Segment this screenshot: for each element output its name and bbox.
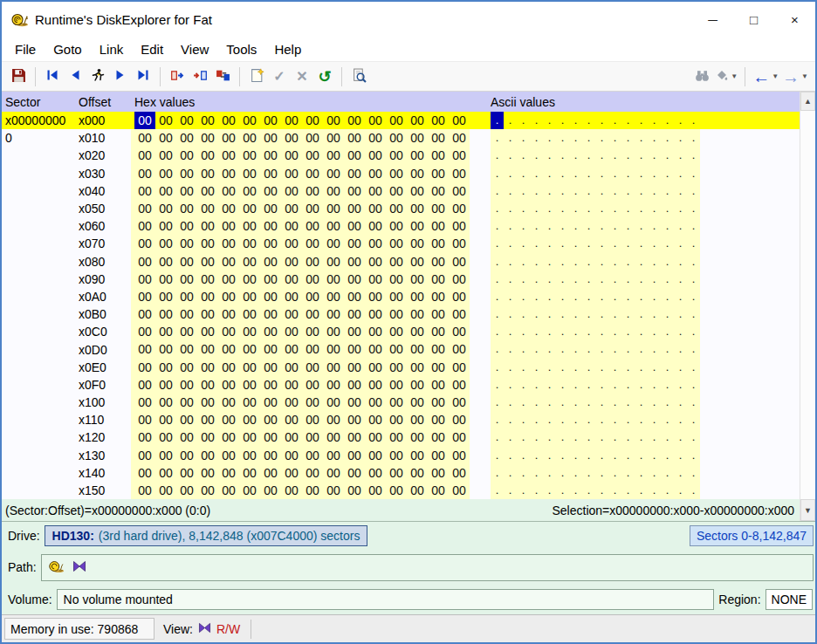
hex-byte[interactable]: 00 xyxy=(323,253,344,271)
ascii-char[interactable]: . xyxy=(530,112,543,129)
ascii-char[interactable]: . xyxy=(674,271,687,288)
hex-byte[interactable]: 00 xyxy=(344,447,365,464)
hex-byte[interactable]: 00 xyxy=(365,165,386,182)
hex-byte[interactable]: 00 xyxy=(134,411,155,428)
ascii-char[interactable]: . xyxy=(661,482,674,499)
hex-byte[interactable]: 00 xyxy=(260,129,281,147)
ascii-char[interactable]: . xyxy=(608,340,621,358)
ascii-char[interactable]: . xyxy=(504,200,517,217)
link-back-button[interactable] xyxy=(166,65,189,89)
hex-byte[interactable]: 00 xyxy=(344,376,365,394)
ascii-char[interactable]: . xyxy=(608,447,621,464)
hex-byte[interactable]: 00 xyxy=(260,376,281,394)
ascii-char[interactable]: . xyxy=(648,253,661,271)
hex-byte[interactable]: 00 xyxy=(344,323,365,340)
ascii-char[interactable]: . xyxy=(595,340,608,358)
ascii-char[interactable]: . xyxy=(687,305,700,323)
hex-byte[interactable]: 00 xyxy=(281,147,302,164)
ascii-char[interactable]: . xyxy=(621,165,635,182)
ascii-char[interactable]: . xyxy=(648,305,661,323)
hex-byte[interactable]: 00 xyxy=(197,447,218,464)
hex-byte[interactable]: 00 xyxy=(407,447,428,464)
ascii-char[interactable]: . xyxy=(504,482,517,499)
ascii-char[interactable]: . xyxy=(635,271,648,288)
hex-byte[interactable]: 00 xyxy=(344,428,365,446)
ascii-char[interactable]: . xyxy=(674,235,687,252)
hex-byte[interactable]: 00 xyxy=(407,112,428,129)
hex-byte[interactable]: 00 xyxy=(449,340,470,358)
ascii-char[interactable]: . xyxy=(621,129,635,147)
hex-byte[interactable]: 00 xyxy=(386,217,407,235)
hex-byte[interactable]: 00 xyxy=(218,217,239,235)
ascii-char[interactable]: . xyxy=(595,323,608,340)
ascii-char[interactable]: . xyxy=(608,271,621,288)
ascii-char[interactable]: . xyxy=(491,305,504,323)
hex-byte[interactable]: 00 xyxy=(407,200,428,217)
ascii-char[interactable]: . xyxy=(517,200,530,217)
hex-byte[interactable]: 00 xyxy=(323,217,344,235)
hex-byte[interactable]: 00 xyxy=(428,323,449,340)
hex-byte[interactable]: 00 xyxy=(407,165,428,182)
hex-byte[interactable]: 00 xyxy=(365,323,386,340)
menu-link[interactable]: Link xyxy=(91,39,133,59)
ascii-char[interactable]: . xyxy=(595,482,608,499)
hex-byte[interactable]: 00 xyxy=(449,288,470,305)
hex-byte[interactable]: 00 xyxy=(302,359,323,376)
hex-byte[interactable]: 00 xyxy=(155,428,176,446)
ascii-char[interactable]: . xyxy=(674,394,687,411)
ascii-char[interactable]: . xyxy=(504,447,517,464)
ascii-char[interactable]: . xyxy=(504,217,517,235)
ascii-char[interactable]: . xyxy=(556,271,569,288)
hex-byte[interactable]: 00 xyxy=(239,235,260,252)
hex-byte[interactable]: 00 xyxy=(428,428,449,446)
ascii-char[interactable]: . xyxy=(556,464,569,482)
hex-byte[interactable]: 00 xyxy=(155,271,176,288)
ascii-char[interactable]: . xyxy=(491,182,504,200)
menu-tools[interactable]: Tools xyxy=(217,39,265,59)
ascii-char[interactable]: . xyxy=(582,235,595,252)
ascii-char[interactable]: . xyxy=(621,411,635,428)
ascii-char[interactable]: . xyxy=(543,271,556,288)
hex-byte[interactable]: 00 xyxy=(239,447,260,464)
hex-byte[interactable]: 00 xyxy=(239,147,260,164)
hex-byte[interactable]: 00 xyxy=(239,323,260,340)
ascii-char[interactable]: . xyxy=(543,323,556,340)
path-snail-icon[interactable] xyxy=(48,559,65,576)
hex-byte[interactable]: 00 xyxy=(218,253,239,271)
ascii-char[interactable]: . xyxy=(621,428,635,446)
hex-byte[interactable]: 00 xyxy=(323,182,344,200)
ascii-char[interactable]: . xyxy=(556,359,569,376)
hex-byte[interactable]: 00 xyxy=(155,200,176,217)
hex-byte[interactable]: 00 xyxy=(323,359,344,376)
hex-byte[interactable]: 00 xyxy=(260,200,281,217)
hex-byte[interactable]: 00 xyxy=(428,447,449,464)
ascii-char[interactable]: . xyxy=(687,165,700,182)
hex-byte[interactable]: 00 xyxy=(155,129,176,147)
ascii-char[interactable]: . xyxy=(674,147,687,164)
ascii-char[interactable]: . xyxy=(491,271,504,288)
ascii-char[interactable]: . xyxy=(661,411,674,428)
ascii-char[interactable]: . xyxy=(621,147,635,164)
ascii-char[interactable]: . xyxy=(595,376,608,394)
hex-byte[interactable]: 00 xyxy=(155,305,176,323)
ascii-char[interactable]: . xyxy=(648,428,661,446)
hex-byte[interactable]: 00 xyxy=(176,253,197,271)
hex-byte[interactable]: 00 xyxy=(260,323,281,340)
ascii-char[interactable]: . xyxy=(608,323,621,340)
ascii-char[interactable]: . xyxy=(530,288,543,305)
hex-byte[interactable]: 00 xyxy=(281,129,302,147)
ascii-char[interactable]: . xyxy=(674,411,687,428)
hex-byte[interactable]: 00 xyxy=(218,235,239,252)
ascii-char[interactable]: . xyxy=(687,182,700,200)
hex-byte[interactable]: 00 xyxy=(176,165,197,182)
hex-byte[interactable]: 00 xyxy=(155,411,176,428)
goto-next-button[interactable] xyxy=(109,65,132,89)
hex-byte[interactable]: 00 xyxy=(239,253,260,271)
hex-byte[interactable]: 00 xyxy=(281,182,302,200)
ascii-char[interactable]: . xyxy=(530,253,543,271)
ascii-char[interactable]: . xyxy=(582,112,595,129)
hex-byte[interactable]: 00 xyxy=(260,340,281,358)
hex-byte[interactable]: 00 xyxy=(386,271,407,288)
ascii-char[interactable]: . xyxy=(569,323,582,340)
ascii-char[interactable]: . xyxy=(543,235,556,252)
